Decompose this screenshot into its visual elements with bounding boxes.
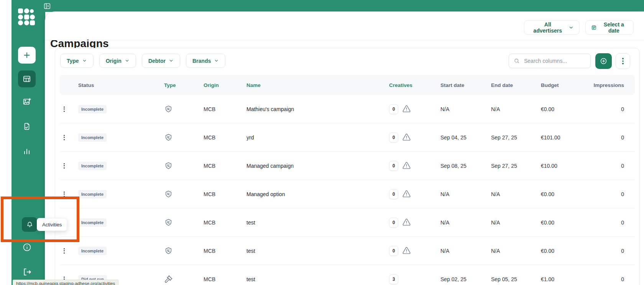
gavel-icon — [164, 275, 173, 283]
status-badge: Incomplete — [78, 190, 107, 198]
column-header-end-date: End date — [488, 82, 538, 88]
table-body: Incomplete MCB Mathieu's campaign 0 N/A … — [60, 95, 635, 285]
status-url-bubble: https://mcb.guineapig.staging-adhese.org… — [13, 280, 118, 285]
table-row[interactable]: Did not run MCB test 3 Sep 02, 25 Sep 05… — [60, 265, 635, 285]
info-icon — [22, 242, 32, 252]
start-date-cell: Sep 04, 25 — [438, 134, 488, 141]
header-divider — [45, 40, 644, 40]
top-bar — [45, 0, 644, 12]
bar-chart-icon — [22, 147, 31, 156]
filter-type[interactable]: Type — [60, 54, 94, 68]
handshake-icon — [164, 133, 173, 142]
campaign-name: Managed campaign — [246, 163, 384, 169]
campaign-name: test — [246, 276, 384, 282]
campaigns-table: Status Type Origin Name Creatives Start … — [60, 75, 635, 285]
campaign-name: yrd — [246, 134, 384, 141]
filter-origin[interactable]: Origin — [99, 54, 136, 68]
table-row[interactable]: Incomplete MCB Mathieu's campaign 0 N/A … — [60, 95, 635, 123]
row-menu-button[interactable] — [62, 133, 66, 142]
row-menu-button[interactable] — [62, 105, 66, 113]
filter-debtor[interactable]: Debtor — [142, 54, 180, 68]
campaign-name: test — [246, 219, 384, 226]
origin-cell: MCB — [204, 163, 246, 169]
origin-cell: MCB — [204, 276, 246, 282]
status-badge: Incomplete — [78, 218, 107, 227]
sidebar-item-creatives[interactable] — [18, 93, 36, 110]
sidebar-item-create[interactable] — [18, 47, 36, 64]
sidebar-item-activities[interactable] — [22, 217, 37, 232]
sidebar-item-documents[interactable] — [18, 118, 36, 135]
budget-cell: €1.00 — [538, 276, 584, 282]
sidebar — [12, 0, 45, 285]
end-date-cell: Sep 27, 25 — [488, 134, 538, 141]
impressions-cell: 0 — [584, 191, 635, 197]
row-menu-button[interactable] — [62, 190, 66, 198]
sidebar-item-logout[interactable] — [18, 264, 36, 280]
status-badge: Incomplete — [78, 105, 107, 113]
creatives-count: 0 — [389, 189, 398, 199]
bell-icon — [26, 221, 34, 229]
document-check-icon — [22, 122, 31, 131]
warning-icon — [402, 190, 411, 198]
app-window: Campaigns All advertisers Select a date … — [0, 0, 644, 285]
start-date-cell: Sep 02, 25 — [438, 276, 488, 282]
table-row[interactable]: Incomplete MCB test 0 N/A N/A €0.00 0 — [60, 236, 635, 265]
chevron-down-icon — [82, 58, 87, 63]
creatives-count: 0 — [389, 133, 398, 142]
circle-plus-icon — [600, 57, 608, 65]
add-campaign-button[interactable] — [595, 53, 612, 69]
impressions-cell: 0 — [584, 276, 635, 282]
search-columns-input[interactable] — [523, 57, 586, 64]
campaign-name: Managed option — [246, 191, 384, 197]
status-badge: Incomplete — [78, 247, 107, 255]
filter-brands[interactable]: Brands — [186, 54, 225, 68]
table-row[interactable]: Incomplete MCB Managed campaign 0 Sep 08… — [60, 151, 635, 180]
origin-cell: MCB — [204, 134, 246, 141]
end-date-cell: N/A — [488, 219, 538, 226]
origin-cell: MCB — [204, 219, 246, 226]
kebab-menu-icon — [622, 58, 624, 59]
creatives-count: 0 — [389, 104, 398, 114]
impressions-cell: 0 — [584, 163, 635, 169]
sidebar-item-campaigns[interactable] — [18, 70, 36, 87]
advertisers-dropdown[interactable]: All advertisers — [524, 20, 580, 34]
origin-cell: MCB — [204, 248, 246, 254]
campaign-name: Mathieu's campaign — [246, 106, 384, 112]
campaign-name: test — [246, 248, 384, 254]
table-header: Status Type Origin Name Creatives Start … — [60, 75, 635, 95]
chevron-down-icon — [125, 58, 130, 63]
row-menu-button[interactable] — [62, 162, 66, 170]
warning-icon — [402, 247, 411, 255]
table-row[interactable]: Incomplete MCB test 0 N/A N/A €0.00 0 — [60, 208, 635, 236]
table-options-button[interactable] — [616, 53, 630, 69]
chevron-down-icon — [214, 58, 219, 63]
select-date-button[interactable]: Select a date — [585, 20, 634, 34]
table-row[interactable]: Incomplete MCB yrd 0 Sep 04, 25 Sep 27, … — [60, 123, 635, 151]
budget-cell: €0.00 — [538, 248, 584, 254]
status-badge: Incomplete — [78, 133, 107, 142]
warning-icon — [402, 162, 411, 170]
sidebar-item-info[interactable] — [18, 239, 36, 256]
end-date-cell: N/A — [488, 106, 538, 112]
impressions-cell: 0 — [584, 106, 635, 112]
search-columns-box — [509, 54, 591, 68]
status-badge: Incomplete — [78, 162, 107, 170]
start-date-cell: N/A — [438, 191, 488, 197]
app-logo[interactable] — [18, 8, 35, 26]
table-grid-icon — [22, 74, 31, 84]
warning-icon — [402, 133, 411, 141]
sidebar-item-analytics[interactable] — [18, 143, 36, 160]
start-date-cell: N/A — [438, 219, 488, 226]
row-menu-button[interactable] — [62, 247, 66, 255]
column-header-creatives: Creatives — [384, 82, 438, 88]
chevron-down-icon — [568, 25, 574, 30]
budget-cell: €101.00 — [538, 134, 584, 141]
select-date-label: Select a date — [600, 21, 628, 34]
advertisers-dropdown-label: All advertisers — [530, 21, 565, 34]
activities-tooltip: Activities — [37, 218, 67, 231]
table-row[interactable]: Incomplete MCB Managed option 0 N/A N/A … — [60, 180, 635, 208]
chevron-down-icon — [169, 58, 174, 63]
budget-cell: €0.00 — [538, 191, 584, 197]
panel-collapse-icon[interactable] — [43, 2, 51, 10]
creatives-count: 0 — [389, 161, 398, 171]
